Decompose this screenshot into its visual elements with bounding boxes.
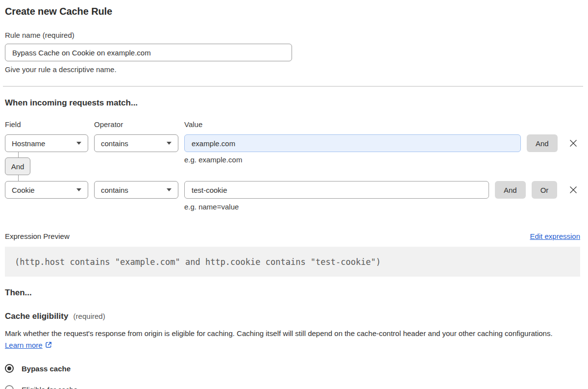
cache-eligibility-description: Mark whether the request's response from… — [5, 328, 573, 352]
page-title: Create new Cache Rule — [5, 6, 580, 17]
radio-button[interactable] — [5, 385, 14, 389]
edit-expression-link[interactable]: Edit expression — [530, 232, 580, 240]
radio-option-bypass-cache[interactable]: Bypass cache — [5, 364, 580, 373]
expression-code: (http.host contains "example.com" and ht… — [5, 247, 580, 277]
radio-dot — [7, 366, 11, 370]
chevron-down-icon — [76, 188, 81, 191]
condition-row-2: Cookie contains And Or — [5, 181, 580, 199]
remove-condition-1-icon[interactable] — [568, 138, 578, 148]
radio-label-bypass-cache: Bypass cache — [22, 364, 71, 373]
chevron-down-icon — [76, 142, 81, 145]
and-button-row-1[interactable]: And — [527, 134, 558, 152]
radio-label-eligible-for-cache: Eligible for cache — [22, 386, 77, 389]
cache-eligibility-heading: Cache eligibility (required) — [5, 311, 580, 321]
value-hint-2: e.g. name=value — [184, 203, 580, 211]
operator-select-2[interactable]: contains — [94, 181, 178, 199]
operator-select-1[interactable]: contains — [94, 134, 178, 152]
radio-button[interactable] — [5, 364, 14, 373]
description-text: Mark whether the request's response from… — [5, 329, 553, 337]
rule-name-helper: Give your rule a descriptive name. — [5, 65, 580, 74]
value-hint-1: e.g. example.com — [184, 156, 242, 164]
column-label-operator: Operator — [94, 120, 178, 129]
field-select-1-value: Hostname — [12, 139, 45, 148]
and-button-row-2[interactable]: And — [495, 181, 526, 199]
column-label-field: Field — [5, 120, 88, 129]
operator-select-1-value: contains — [101, 139, 128, 148]
field-select-2[interactable]: Cookie — [5, 181, 88, 199]
section-divider — [3, 86, 583, 87]
remove-condition-2-icon[interactable] — [568, 185, 578, 195]
condition-row-1: Hostname contains And — [5, 134, 580, 152]
value-input-2[interactable] — [184, 181, 489, 199]
expression-preview-header: Expression Preview Edit expression — [5, 232, 580, 240]
field-select-2-value: Cookie — [12, 186, 35, 194]
chevron-down-icon — [167, 142, 172, 145]
external-link-icon — [45, 342, 52, 350]
rule-name-input[interactable] — [5, 44, 292, 61]
cache-eligibility-title: Cache eligibility — [5, 311, 68, 321]
field-select-1[interactable]: Hostname — [5, 134, 88, 152]
condition-connector-area: And e.g. example.com — [5, 152, 580, 181]
expression-preview-label: Expression Preview — [5, 232, 70, 240]
value-input-1[interactable] — [184, 134, 521, 152]
operator-select-2-value: contains — [101, 186, 128, 194]
match-heading: When incoming requests match... — [5, 98, 580, 108]
then-heading: Then... — [5, 288, 580, 298]
condition-column-labels: Field Operator Value — [5, 120, 580, 129]
create-cache-rule-page: Create new Cache Rule Rule name (require… — [0, 0, 588, 389]
connector-and-button[interactable]: And — [5, 157, 30, 175]
chevron-down-icon — [167, 188, 172, 191]
rule-name-label: Rule name (required) — [5, 31, 580, 39]
required-note: (required) — [74, 312, 105, 320]
column-label-value: Value — [184, 120, 202, 129]
radio-option-eligible-for-cache[interactable]: Eligible for cache — [5, 385, 580, 389]
or-button-row-2[interactable]: Or — [532, 181, 558, 199]
learn-more-link[interactable]: Learn more — [5, 341, 43, 349]
